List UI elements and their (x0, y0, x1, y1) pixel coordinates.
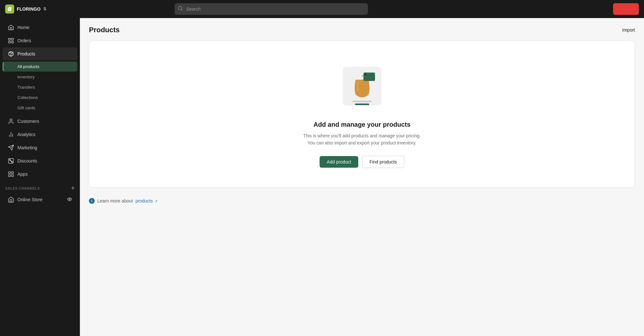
svg-rect-25 (355, 104, 369, 105)
topbar-right (613, 3, 639, 15)
discounts-icon (8, 158, 14, 164)
svg-rect-14 (9, 172, 11, 174)
product-illustration (336, 60, 388, 112)
empty-state-card: Add and manage your products This is whe… (89, 41, 635, 188)
svg-point-18 (69, 199, 70, 200)
svg-rect-3 (9, 38, 11, 40)
shopify-icon (5, 5, 14, 14)
sidebar-item-analytics-label: Analytics (17, 132, 35, 137)
store-name: FLORINGO (17, 6, 41, 12)
sidebar-item-online-store[interactable]: Online Store (3, 193, 77, 206)
search-bar (175, 3, 368, 15)
info-icon: i (89, 198, 95, 204)
sidebar-item-analytics[interactable]: Analytics (3, 128, 77, 141)
layout: Home Orders Products All products Invent… (0, 18, 644, 336)
svg-rect-0 (5, 5, 14, 14)
sidebar-item-home-label: Home (17, 25, 29, 30)
sidebar-item-customers[interactable]: Customers (3, 115, 77, 128)
topbar: FLORINGO ⇅ (0, 0, 644, 18)
sidebar-item-home[interactable]: Home (3, 21, 77, 34)
sidebar-sub-item-all-products[interactable]: All products (3, 62, 77, 72)
sidebar-item-customers-label: Customers (17, 119, 39, 124)
svg-rect-6 (12, 41, 14, 43)
products-submenu: All products Inventory Transfers Collect… (0, 61, 80, 114)
sidebar-item-apps-label: Apps (17, 172, 28, 177)
sidebar-item-discounts-label: Discounts (17, 158, 37, 163)
learn-more-text: Learn more about (97, 198, 133, 203)
store-logo[interactable]: FLORINGO ⇅ (5, 5, 50, 14)
svg-point-22 (365, 74, 367, 75)
topbar-action-button[interactable] (613, 3, 639, 15)
main-content: Products Import (80, 18, 644, 336)
store-switcher-icon[interactable]: ⇅ (43, 7, 46, 11)
find-products-button[interactable]: Find products (362, 156, 404, 168)
empty-state-description: This is where you'll add products and ma… (303, 132, 421, 147)
sidebar-item-marketing[interactable]: Marketing (3, 141, 77, 154)
sidebar-item-products-label: Products (17, 51, 35, 56)
sidebar-item-orders-label: Orders (17, 38, 31, 43)
import-link[interactable]: Import (622, 27, 635, 33)
svg-line-2 (181, 9, 182, 10)
sidebar-item-products[interactable]: Products (3, 47, 77, 60)
sidebar-item-online-store-label: Online Store (17, 197, 43, 202)
products-icon (8, 51, 14, 57)
marketing-icon (8, 144, 14, 151)
add-sales-channel-icon[interactable]: + (71, 185, 75, 192)
svg-rect-4 (12, 38, 14, 40)
page-header: Products Import (89, 26, 635, 34)
page-title: Products (89, 26, 120, 34)
svg-rect-15 (12, 172, 14, 174)
sales-channels-title: SALES CHANNELS + (0, 181, 80, 193)
empty-state-title: Add and manage your products (313, 121, 410, 128)
sidebar-item-apps[interactable]: Apps (3, 168, 77, 181)
add-product-button[interactable]: Add product (320, 156, 358, 168)
svg-point-7 (10, 119, 12, 121)
external-link-icon: ↗ (155, 199, 158, 203)
action-buttons: Add product Find products (320, 156, 404, 168)
customers-icon (8, 118, 14, 124)
svg-rect-17 (12, 175, 14, 177)
products-learn-more-link[interactable]: products ↗ (136, 198, 158, 203)
online-store-visibility-icon[interactable] (67, 197, 72, 203)
sidebar-sub-item-gift-cards[interactable]: Gift cards (3, 103, 77, 113)
learn-more-section: i Learn more about products ↗ (89, 198, 635, 204)
svg-rect-5 (9, 41, 11, 43)
sidebar-item-discounts[interactable]: Discounts (3, 154, 77, 167)
sidebar-item-marketing-label: Marketing (17, 145, 37, 150)
search-icon (178, 6, 183, 12)
apps-icon (8, 171, 14, 177)
sidebar-sub-item-inventory[interactable]: Inventory (3, 72, 77, 82)
sidebar-sub-item-transfers[interactable]: Transfers (3, 82, 77, 92)
sidebar-sub-item-collections[interactable]: Collections (3, 93, 77, 103)
search-input[interactable] (175, 3, 368, 15)
home-icon (8, 24, 14, 31)
online-store-icon (8, 196, 14, 203)
sidebar-item-orders[interactable]: Orders (3, 34, 77, 47)
orders-icon (8, 37, 14, 44)
svg-rect-16 (9, 175, 11, 177)
analytics-icon (8, 131, 14, 138)
sidebar: Home Orders Products All products Invent… (0, 18, 80, 336)
svg-rect-24 (352, 101, 372, 102)
